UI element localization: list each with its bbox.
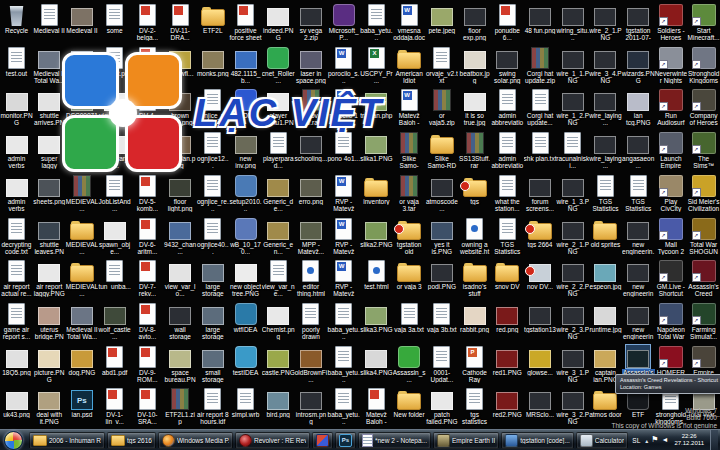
- desktop-icon[interactable]: new engineering...: [622, 302, 655, 344]
- desktop-icon[interactable]: introsm.png: [294, 387, 327, 429]
- desktop-icon[interactable]: admin verbs 3.PNG: [0, 131, 33, 173]
- desktop-icon[interactable]: ian tcg.PNG: [622, 88, 655, 130]
- desktop-icon[interactable]: runtime.jpg: [589, 302, 622, 344]
- desktop-icon[interactable]: erro.png: [294, 174, 327, 216]
- desktop-icon[interactable]: ↗Soldiers - Heroes of...: [654, 3, 687, 45]
- language-indicator[interactable]: SL: [630, 436, 642, 445]
- desktop-icon[interactable]: decrypting code.txt: [0, 217, 33, 259]
- desktop-icon[interactable]: atmoscode...: [425, 174, 458, 216]
- desktop-icon[interactable]: racunalniski...: [556, 131, 589, 173]
- desktop-icon[interactable]: admin abbreviatio...: [491, 88, 524, 130]
- desktop-icon[interactable]: podi.PNG: [425, 259, 458, 301]
- desktop-icon[interactable]: simpl.wrb: [229, 387, 262, 429]
- desktop-icon[interactable]: ↗Company of Heroes: [687, 88, 720, 130]
- desktop-icon[interactable]: Matevž Baloh - Predlog te...: [360, 387, 393, 429]
- desktop-icon[interactable]: baba_yetu...: [360, 3, 393, 45]
- desktop-icon[interactable]: ognjice_re...: [196, 174, 229, 216]
- desktop-icon[interactable]: poorly drawn schematic...: [294, 302, 327, 344]
- desktop-icon[interactable]: large storage floor.png: [196, 259, 229, 301]
- desktop-icon[interactable]: wall storage belt.png: [164, 302, 197, 344]
- desktop-icon[interactable]: ↗Stronghold Kingdoms: [687, 46, 720, 88]
- desktop-icon[interactable]: castle.PNG: [262, 345, 295, 387]
- desktop-icon[interactable]: vaja 3a.txt: [393, 302, 426, 344]
- desktop-icon[interactable]: ↗Launch Empire Ear...: [654, 131, 687, 173]
- desktop-icon[interactable]: baba_yetu...: [327, 345, 360, 387]
- desktop-icon[interactable]: tun_unba...: [98, 259, 131, 301]
- desktop-icon[interactable]: setup2010...: [229, 174, 262, 216]
- desktop-icon[interactable]: ↗Napoleon Total War: [654, 302, 687, 344]
- desktop-icon[interactable]: New folder: [393, 387, 426, 429]
- desktop-icon[interactable]: wizards.PNG: [622, 46, 655, 88]
- desktop-icon[interactable]: admin abbreviatio...: [491, 131, 524, 173]
- desktop-icon[interactable]: Wvmesna oddaja.doc: [393, 3, 426, 45]
- desktop-icon[interactable]: bird.png: [262, 387, 295, 429]
- desktop-icon[interactable]: sheets.png: [33, 174, 66, 216]
- desktop-icon[interactable]: spawn_obje...: [98, 217, 131, 259]
- desktop-icon[interactable]: PCathode Ray Tube.ppt: [458, 345, 491, 387]
- desktop-icon[interactable]: sv vega 2.zip: [294, 3, 327, 45]
- desktop-icon[interactable]: beatbox.jpg: [458, 46, 491, 88]
- desktop-icon[interactable]: baba_yetu...: [327, 302, 360, 344]
- desktop-icon[interactable]: JobListAnd...: [98, 174, 131, 216]
- desktop-icon[interactable]: slika4.PNG: [360, 345, 393, 387]
- desktop-icon[interactable]: Generic_en...: [262, 217, 295, 259]
- desktop-icon[interactable]: owning a website.html: [458, 217, 491, 259]
- desktop-icon[interactable]: ↗GM.Live - Shortcut: [654, 259, 687, 301]
- desktop-icon[interactable]: tgs: [458, 174, 491, 216]
- desktop-icon[interactable]: MEDIEVAL...: [65, 217, 98, 259]
- desktop-icon[interactable]: 0001-Updat...: [425, 345, 458, 387]
- desktop-icon[interactable]: slika3.PNG: [360, 302, 393, 344]
- desktop-icon[interactable]: tgs statistics 2011-12-16...: [458, 387, 491, 429]
- desktop-icon[interactable]: ETF2L: [196, 3, 229, 45]
- desktop-icon[interactable]: MPP - Matevž...: [294, 217, 327, 259]
- desktop-icon[interactable]: editor thing.html: [294, 259, 327, 301]
- taskbar-button[interactable]: Revolver : RE Rev...: [235, 432, 310, 449]
- desktop-icon[interactable]: tgstation 2011-07-0...: [622, 3, 655, 45]
- start-button[interactable]: [4, 431, 23, 450]
- desktop-icon[interactable]: isadno's stuff: [458, 259, 491, 301]
- desktop-icon[interactable]: wire_1_3.PNG: [556, 174, 589, 216]
- desktop-icon[interactable]: air report 8 hours.idf: [196, 387, 229, 429]
- desktop-icon[interactable]: Corgi hat update.zip: [524, 46, 557, 88]
- desktop-icon[interactable]: wire_2_2.PNG: [556, 259, 589, 301]
- desktop-icon[interactable]: ognjice40...: [196, 217, 229, 259]
- show-desktop-button[interactable]: [710, 430, 718, 450]
- desktop-icon[interactable]: angasaeon...: [622, 131, 655, 173]
- desktop-icon[interactable]: ↗Total War SHOGUN 2: [687, 217, 720, 259]
- desktop-icon[interactable]: oldBrownFi...: [294, 345, 327, 387]
- desktop-icon[interactable]: tgstation old: [393, 217, 426, 259]
- desktop-icon[interactable]: rabbit.png: [458, 302, 491, 344]
- desktop-icon[interactable]: wire_2_3.PNG: [556, 302, 589, 344]
- desktop-icon[interactable]: game air report s...: [0, 302, 33, 344]
- desktop-icon[interactable]: space bureau.PNG: [164, 345, 197, 387]
- desktop-icon[interactable]: ↗The Sims™ Medieval...: [687, 131, 720, 173]
- desktop-icon[interactable]: forum screens...: [524, 174, 557, 216]
- desktop-icon[interactable]: testIDEA: [229, 345, 262, 387]
- desktop-icon[interactable]: some: [98, 3, 131, 45]
- desktop-icon[interactable]: TGS Statistics 2011-12-16...: [491, 217, 524, 259]
- desktop-icon[interactable]: vaja 3b.txt: [425, 302, 458, 344]
- desktop-icon[interactable]: shk plan.txt: [524, 131, 557, 173]
- desktop-icon[interactable]: abd1.pdf: [98, 345, 131, 387]
- desktop-icon[interactable]: DV-9-ROM...: [131, 345, 164, 387]
- desktop-icon[interactable]: super laggy time.PNG: [33, 131, 66, 173]
- desktop-icon[interactable]: red1.PNG: [491, 345, 524, 387]
- desktop-icon[interactable]: or vaja5.zip: [425, 88, 458, 130]
- desktop-icon[interactable]: WRVP - Matevž Baloh - Pro...: [327, 217, 360, 259]
- desktop-icon[interactable]: American Idiot Remake: [393, 46, 426, 88]
- desktop-icon[interactable]: shuttle arrives.PNG: [33, 88, 66, 130]
- desktop-icon[interactable]: Recycle: [0, 3, 33, 45]
- desktop-icon[interactable]: wire_3_4.PNG: [589, 46, 622, 88]
- desktop-icon[interactable]: orvaje_v2.txt: [425, 46, 458, 88]
- desktop-icon[interactable]: what the station...: [491, 174, 524, 216]
- desktop-icon[interactable]: Chemist.png: [262, 302, 295, 344]
- desktop-icon[interactable]: yes it is.PNG: [425, 217, 458, 259]
- desktop-icon[interactable]: 18Q5.png: [0, 345, 33, 387]
- desktop-icon[interactable]: inventory: [360, 174, 393, 216]
- desktop-icon[interactable]: picture.PNG: [33, 345, 66, 387]
- desktop-icon[interactable]: snov DV: [491, 259, 524, 301]
- desktop-icon[interactable]: Medieval II: [33, 3, 66, 45]
- desktop-icon[interactable]: red2.PNG: [491, 387, 524, 429]
- desktop-icon[interactable]: ↗Farming Simulat...: [687, 302, 720, 344]
- desktop-icon[interactable]: SS13Stuff.rar: [458, 131, 491, 173]
